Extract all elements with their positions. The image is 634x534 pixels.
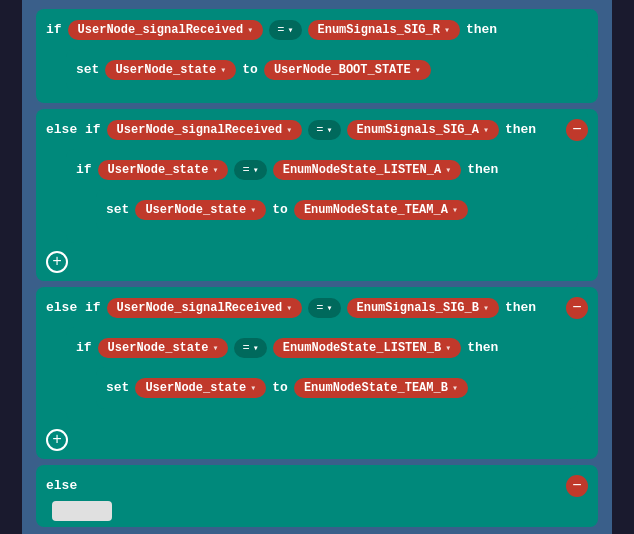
nested-set-1: set UserNode_state ▾ to UserNode_BOOT_ST… xyxy=(66,49,588,91)
to-keyword-1: to xyxy=(242,62,258,77)
add-row-1: + xyxy=(46,249,588,275)
pill-enumsignals-sigb[interactable]: EnumSignals_SIG_B ▾ xyxy=(347,298,499,318)
pill-listen-b[interactable]: EnumNodeState_LISTEN_B ▾ xyxy=(273,338,461,358)
if-keyword-1: if xyxy=(46,22,62,37)
minus-button-3[interactable]: − xyxy=(566,475,588,497)
set-row-3: set UserNode_state ▾ to EnumNodeState_TE… xyxy=(106,373,568,403)
nested-set-3: set UserNode_state ▾ to EnumNodeState_TE… xyxy=(96,367,578,409)
add-button-1[interactable]: + xyxy=(46,251,68,273)
else-if-keyword-1: else if xyxy=(46,122,101,137)
else-if-block-2: else if UserNode_signalReceived ▾ = ▾ En… xyxy=(36,287,598,459)
else-keyword: else xyxy=(46,478,77,493)
set-row-2: set UserNode_state ▾ to EnumNodeState_TE… xyxy=(106,195,568,225)
pill-enumsignals-sigr[interactable]: EnumSignals_SIG_R ▾ xyxy=(308,20,460,40)
to-keyword-3: to xyxy=(272,380,288,395)
else-if-block-1: else if UserNode_signalReceived ▾ = ▾ En… xyxy=(36,109,598,281)
pill-usernode-signal-3[interactable]: UserNode_signalReceived ▾ xyxy=(107,298,303,318)
else-if-keyword-2: else if xyxy=(46,300,101,315)
op-eq-3[interactable]: = ▾ xyxy=(234,160,266,180)
pill-enumsignals-siga[interactable]: EnumSignals_SIG_A ▾ xyxy=(347,120,499,140)
then-keyword-1: then xyxy=(466,22,497,37)
set-block-1: set UserNode_state ▾ to UserNode_BOOT_ST… xyxy=(66,49,588,91)
nested-if-1: if UserNode_state ▾ = ▾ EnumNodeState_LI… xyxy=(66,149,588,243)
add-button-2[interactable]: + xyxy=(46,429,68,451)
else-block: else − xyxy=(36,465,598,527)
pill-usernode-state-3[interactable]: UserNode_state ▾ xyxy=(135,200,266,220)
minus-button-1[interactable]: − xyxy=(566,119,588,141)
set-row-1: set UserNode_state ▾ to UserNode_BOOT_ST… xyxy=(76,55,578,85)
pill-team-b[interactable]: EnumNodeState_TEAM_B ▾ xyxy=(294,378,468,398)
set-keyword-3: set xyxy=(106,380,129,395)
pill-usernode-signal-2[interactable]: UserNode_signalReceived ▾ xyxy=(107,120,303,140)
pill-usernode-state-4[interactable]: UserNode_state ▾ xyxy=(98,338,229,358)
else-row: else − xyxy=(46,471,588,501)
inner-if-row-1: if UserNode_state ▾ = ▾ EnumNodeState_LI… xyxy=(76,155,578,185)
op-eq-1[interactable]: = ▾ xyxy=(269,20,301,40)
inner-if-block-1: if UserNode_state ▾ = ▾ EnumNodeState_LI… xyxy=(66,149,588,243)
set-block-3: set UserNode_state ▾ to EnumNodeState_TE… xyxy=(96,367,578,409)
function-container: function onDatagramRecipt if UserNode_si… xyxy=(22,0,612,534)
inner-if-block-2: if UserNode_state ▾ = ▾ EnumNodeState_LI… xyxy=(66,327,588,421)
pill-usernode-state-2[interactable]: UserNode_state ▾ xyxy=(98,160,229,180)
if-row-1: if UserNode_signalReceived ▾ = ▾ EnumSig… xyxy=(46,15,588,45)
op-eq-2[interactable]: = ▾ xyxy=(308,120,340,140)
pill-usernode-state-5[interactable]: UserNode_state ▾ xyxy=(135,378,266,398)
pill-team-a[interactable]: EnumNodeState_TEAM_A ▾ xyxy=(294,200,468,220)
pill-listen-a[interactable]: EnumNodeState_LISTEN_A ▾ xyxy=(273,160,461,180)
set-keyword-2: set xyxy=(106,202,129,217)
op-eq-4[interactable]: = ▾ xyxy=(308,298,340,318)
pill-boot-state[interactable]: UserNode_BOOT_STATE ▾ xyxy=(264,60,431,80)
else-if-row-1: else if UserNode_signalReceived ▾ = ▾ En… xyxy=(46,115,588,145)
then-keyword-2: then xyxy=(505,122,536,137)
then-keyword-3: then xyxy=(467,162,498,177)
else-if-row-2: else if UserNode_signalReceived ▾ = ▾ En… xyxy=(46,293,588,323)
inner-if-row-2: if UserNode_state ▾ = ▾ EnumNodeState_LI… xyxy=(76,333,578,363)
set-keyword-1: set xyxy=(76,62,99,77)
then-keyword-5: then xyxy=(467,340,498,355)
to-keyword-2: to xyxy=(272,202,288,217)
then-keyword-4: then xyxy=(505,300,536,315)
else-content-placeholder xyxy=(52,501,112,521)
minus-button-2[interactable]: − xyxy=(566,297,588,319)
op-eq-5[interactable]: = ▾ xyxy=(234,338,266,358)
pill-usernode-signal-1[interactable]: UserNode_signalReceived ▾ xyxy=(68,20,264,40)
inner-if-keyword-2: if xyxy=(76,340,92,355)
nested-if-2: if UserNode_state ▾ = ▾ EnumNodeState_LI… xyxy=(66,327,588,421)
set-block-2: set UserNode_state ▾ to EnumNodeState_TE… xyxy=(96,189,578,231)
add-row-2: + xyxy=(46,427,588,453)
if-block-1: if UserNode_signalReceived ▾ = ▾ EnumSig… xyxy=(36,9,598,103)
pill-usernode-state-1[interactable]: UserNode_state ▾ xyxy=(105,60,236,80)
inner-if-keyword-1: if xyxy=(76,162,92,177)
nested-set-2: set UserNode_state ▾ to EnumNodeState_TE… xyxy=(96,189,578,231)
